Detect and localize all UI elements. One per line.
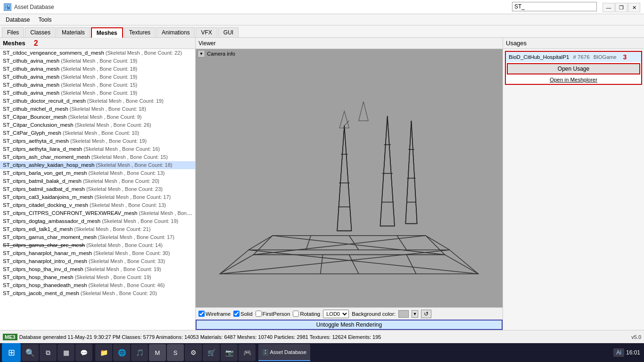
mesh-list-item[interactable]: ST_citprs_hosp_thanedeath_mesh (Skeletal…	[0, 281, 195, 289]
close-button[interactable]: ✕	[628, 3, 640, 12]
mesh-viewer-svg	[196, 49, 503, 307]
mesh-list-item[interactable]: ST_citprs_barla_von_get_m_mesh (Skeletal…	[0, 169, 195, 177]
taskbar-extra1[interactable]: 📷	[221, 344, 238, 361]
taskview-button[interactable]: ⧉	[40, 344, 57, 361]
minimize-button[interactable]: —	[603, 3, 615, 12]
mesh-list-item[interactable]: ST_cithub_avina_mesh (Skeletal Mesh , Bo…	[0, 65, 195, 73]
firstperson-checkbox-label[interactable]: FirstPerson	[256, 311, 290, 317]
active-app[interactable]: 🗄️ Asset Database	[258, 344, 310, 361]
mesh-list-item[interactable]: ST_CitPar_Glyph_mesh (Skeletal Mesh , Bo…	[0, 129, 195, 137]
mesh-list-item[interactable]: ST_cithub_avina_mesh (Skeletal Mesh , Bo…	[0, 81, 195, 89]
tab-vfx[interactable]: VFX	[196, 27, 217, 37]
rotating-checkbox[interactable]	[293, 311, 299, 317]
viewer-area: Viewer ▼ Camera info	[196, 38, 503, 330]
mesh-list-item[interactable]: ST_citdoc_vengeance_sommers_d_mesh (Skel…	[0, 49, 195, 57]
mesh-list-item[interactable]: ST_citprs_CITPRS_CONFRONT_WREXWREAV_mesh…	[0, 209, 195, 217]
taskbar-s-app[interactable]: S	[167, 344, 184, 361]
mesh-list-item[interactable]: ST_citprs_hanarplot_hanar_m_mesh (Skelet…	[0, 249, 195, 257]
widgets-button[interactable]: ▦	[58, 344, 74, 361]
mesh-list-item[interactable]: ST_citprs_garrus_char_pre_mesh (Skeletal…	[0, 241, 195, 249]
mesh-list-item[interactable]: ST_cithub_avina_mesh (Skeletal Mesh , Bo…	[0, 89, 195, 97]
mesh-list-item[interactable]: ST_cithub_doctor_recruit_d_mesh (Skeleta…	[0, 97, 195, 105]
maximize-button[interactable]: ❐	[615, 3, 627, 12]
rotating-checkbox-label[interactable]: Rotating	[293, 311, 320, 317]
viewer-canvas[interactable]: ▼ Camera info	[196, 49, 503, 307]
mesh-list-item[interactable]: ST_citprs_cat3_kaidanjoins_m_mesh (Skele…	[0, 193, 195, 201]
mesh-list-item[interactable]: ST_citprs_ash_char_moment_mesh (Skeletal…	[0, 153, 195, 161]
camera-info-control[interactable]: ▼ Camera info	[198, 50, 235, 58]
lod-select[interactable]: LOD0 LOD1 LOD2	[323, 310, 349, 318]
ai-badge[interactable]: Ai	[613, 348, 624, 357]
viewer-status-bar[interactable]: Untoggle Mesh Rendering	[196, 320, 503, 330]
bg-color-box[interactable]	[398, 310, 409, 318]
search-taskbar-button[interactable]: 🔍	[22, 344, 39, 361]
taskbar-edge[interactable]: 🌐	[113, 344, 130, 361]
mesh-item-type: (Skeletal Mesh , Bone Count: 21)	[73, 226, 150, 232]
tab-classes[interactable]: Classes	[25, 27, 56, 37]
wireframe-checkbox-label[interactable]: Wireframe	[198, 311, 231, 317]
mesh-item-type: (Skeletal Mesh , Bone Count: 19)	[74, 274, 151, 280]
mesh-item-type: (Skeletal Mesh , Bone Count: 19)	[59, 90, 137, 96]
mesh-item-name: ST_citprs_jacob_ment_d_mesh	[3, 290, 79, 296]
mesh-list-item[interactable]: ST_citprs_garrus_char_moment_mesh (Skele…	[0, 233, 195, 241]
bg-color-dropdown[interactable]: ▼	[412, 310, 418, 318]
chat-button[interactable]: 💬	[75, 344, 92, 361]
tab-gui[interactable]: GUI	[218, 27, 239, 37]
status-bar: ME3 Database generated 11-May-21 9:30:27…	[0, 330, 644, 343]
taskbar-spotify[interactable]: 🎵	[131, 344, 148, 361]
tab-textures[interactable]: Textures	[124, 27, 156, 37]
open-meshplorer-link[interactable]: Open in Meshplorer	[506, 75, 641, 84]
taskbar-m-app[interactable]: M	[149, 344, 166, 361]
mesh-item-type: (Skeletal Mesh , Bone Count: 33)	[87, 258, 165, 264]
mesh-item-name: ST_citprs_garrus_char_pre_mesh	[3, 242, 85, 248]
mesh-list-item[interactable]: ST_citprs_ashley_kaidan_hosp_mesh (Skele…	[0, 161, 195, 169]
mesh-list-item[interactable]: ST_citprs_aethyta_liara_d_mesh (Skeletal…	[0, 145, 195, 153]
taskbar-settings[interactable]: ⚙	[185, 344, 202, 361]
firstperson-checkbox[interactable]	[256, 311, 262, 317]
solid-checkbox[interactable]	[233, 311, 239, 317]
mesh-item-name: ST_citprs_batmil_sadbat_d_mesh	[3, 186, 85, 192]
open-usage-button[interactable]: Open Usage	[507, 63, 640, 74]
mesh-item-name: ST_cithub_avina_mesh	[3, 74, 59, 80]
right-number: 3	[623, 53, 627, 61]
mesh-item-type: (Skeletal Mesh , Bone Count: 16)	[82, 146, 160, 152]
start-button[interactable]: ⊞	[2, 343, 21, 362]
window-title: Asset Database	[14, 4, 54, 10]
mesh-list-item[interactable]: ST_citprs_hanarplot_intro_d_mesh (Skelet…	[0, 257, 195, 265]
wireframe-checkbox[interactable]	[198, 311, 205, 317]
mesh-list-item[interactable]: ST_citprs_aethyta_d_mesh (Skeletal Mesh …	[0, 137, 195, 145]
mesh-item-name: ST_citprs_aethyta_d_mesh	[3, 138, 69, 144]
mesh-list-item[interactable]: ST_citprs_dogtag_ambassador_d_mesh (Skel…	[0, 217, 195, 225]
mesh-list-item[interactable]: ST_citprs_hosp_tha_inv_d_mesh (Skeletal …	[0, 265, 195, 273]
mesh-list-item[interactable]: ST_Citpar_Bouncer_mesh (Skeletal Mesh , …	[0, 113, 195, 121]
taskbar-store[interactable]: 🛒	[203, 344, 220, 361]
mesh-list-item[interactable]: ST_citprs_hosp_thane_mesh (Skeletal Mesh…	[0, 273, 195, 281]
mesh-list-item[interactable]: ST_citprs_edi_talk1_d_mesh (Skeletal Mes…	[0, 225, 195, 233]
svg-line-16	[306, 236, 311, 250]
untoggle-mesh-label: Untoggle Mesh Rendering	[316, 321, 382, 328]
menu-tools[interactable]: Tools	[34, 16, 55, 24]
mesh-list-item[interactable]: ST_citprs_batmil_sadbat_d_mesh (Skeletal…	[0, 185, 195, 193]
tab-meshes[interactable]: Meshes	[91, 27, 123, 38]
mesh-list-item[interactable]: ST_citprs_batmil_balak_d_mesh (Skeletal …	[0, 177, 195, 185]
mesh-list-item[interactable]: ST_cithub_avina_mesh (Skeletal Mesh , Bo…	[0, 57, 195, 65]
mesh-list-item[interactable]: ST_Citpar_Conclusion_mesh (Skeletal Mesh…	[0, 121, 195, 129]
mesh-list-item[interactable]: ST_cithub_avina_mesh (Skeletal Mesh , Bo…	[0, 73, 195, 81]
mesh-list-item[interactable]: ST_citprs_citadel_docking_v_mesh (Skelet…	[0, 201, 195, 209]
camera-dropdown-button[interactable]: ▼	[198, 50, 205, 58]
taskbar-explorer[interactable]: 📁	[95, 344, 112, 361]
tab-materials[interactable]: Materials	[57, 27, 90, 37]
mesh-list-item[interactable]: ST_cithub_michel_d_mesh (Skeletal Mesh ,…	[0, 105, 195, 113]
solid-checkbox-label[interactable]: Solid	[233, 311, 253, 317]
search-input[interactable]	[512, 2, 597, 11]
reset-view-button[interactable]: ↺	[421, 310, 431, 318]
mesh-item-type: (Skeletal Mesh , Bone Count: 17)	[93, 194, 171, 200]
tab-files[interactable]: Files	[2, 27, 24, 37]
menu-database[interactable]: Database	[2, 16, 33, 24]
taskbar-extra2[interactable]: 🎮	[239, 344, 256, 361]
mesh-item-name: ST_citprs_CITPRS_CONFRONT_WREXWREAV_mesh	[3, 210, 137, 216]
tab-animations[interactable]: Animations	[157, 27, 195, 37]
mesh-item-name: ST_Citpar_Conclusion_mesh	[3, 122, 74, 128]
mesh-list-item[interactable]: ST_citprs_jacob_ment_d_mesh (Skeletal Me…	[0, 289, 195, 297]
mesh-list[interactable]: ST_citdoc_vengeance_sommers_d_mesh (Skel…	[0, 49, 195, 330]
